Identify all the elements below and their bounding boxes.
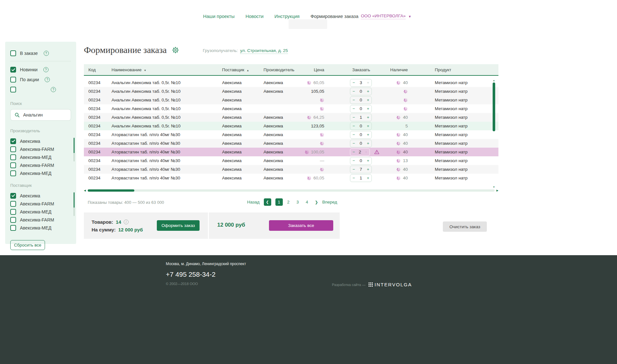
quantity-stepper[interactable]: − 3 +: [350, 79, 372, 87]
table-row[interactable]: 00234 Анальгин Авексима таб. 0,5г. №10 А…: [84, 87, 498, 96]
quantity-stepper[interactable]: − 1 +: [350, 114, 372, 121]
page-button-4[interactable]: 4: [303, 198, 311, 206]
account-menu[interactable]: ООО «ИНТЕРВОЛГА» ▼: [361, 13, 411, 19]
filter-flag[interactable]: Новинки ?: [10, 66, 71, 74]
list-item[interactable]: Авексима-FARM: [10, 161, 71, 169]
quantity-stepper[interactable]: − 2 +: [350, 148, 370, 156]
checkbox[interactable]: [10, 50, 16, 56]
increase-qty-button[interactable]: +: [367, 115, 369, 119]
prev-page-button[interactable]: ❮: [264, 198, 271, 206]
checkbox[interactable]: [10, 154, 16, 160]
checkbox[interactable]: [10, 77, 16, 82]
decrease-qty-button[interactable]: −: [353, 150, 355, 154]
checkbox[interactable]: [10, 225, 16, 231]
nav-link-1[interactable]: Новости: [246, 14, 264, 19]
checkbox[interactable]: [10, 170, 16, 176]
quantity-stepper[interactable]: − 7 +: [350, 166, 372, 173]
table-row[interactable]: 00234 Аторвастатин таб. п/п/о 40мг №30 А…: [84, 139, 498, 148]
nav-link-0[interactable]: Наши проекты: [203, 14, 235, 19]
quantity-stepper[interactable]: − 0 +: [350, 140, 372, 147]
list-item[interactable]: Авексима: [10, 192, 71, 200]
decrease-qty-button[interactable]: −: [353, 115, 355, 119]
increase-qty-button[interactable]: +: [367, 141, 369, 145]
table-row[interactable]: 00234 Аторвастатин таб. п/п/о 40мг №30 А…: [84, 148, 498, 156]
gear-icon[interactable]: [172, 47, 179, 54]
list-item[interactable]: Авексима-FARM: [10, 145, 71, 153]
quantity-stepper[interactable]: − 0 +: [350, 96, 372, 104]
table-row[interactable]: 00234 Анальгин Авексима таб. 0,5г. №10 А…: [84, 122, 498, 130]
search-box[interactable]: [10, 109, 71, 121]
decrease-qty-button[interactable]: −: [353, 141, 355, 145]
quantity-stepper[interactable]: − 0 +: [350, 122, 372, 130]
increase-qty-button[interactable]: +: [367, 89, 369, 93]
decrease-qty-button[interactable]: −: [353, 159, 355, 163]
account-label[interactable]: ООО «ИНТЕРВОЛГА»: [361, 13, 406, 19]
table-row[interactable]: 00234 Анальгин Авексима таб. 0,5г. №10 А…: [84, 78, 498, 87]
filter-flag[interactable]: ?: [10, 86, 71, 93]
page-button-1[interactable]: 1: [275, 198, 283, 206]
horizontal-scrollbar[interactable]: ◀ ▶: [84, 188, 498, 192]
list-item[interactable]: Авексима-МЕД: [10, 224, 71, 232]
decrease-qty-button[interactable]: −: [353, 167, 355, 171]
quantity-stepper[interactable]: − 0 +: [350, 105, 372, 113]
increase-qty-button[interactable]: +: [367, 176, 369, 180]
checkout-button[interactable]: Оформить заказ: [157, 220, 200, 231]
increase-qty-button[interactable]: +: [367, 98, 369, 102]
list-item[interactable]: Авексима-МЕД: [10, 208, 71, 216]
checkbox[interactable]: [10, 67, 16, 73]
decrease-qty-button[interactable]: −: [353, 124, 355, 128]
consignee-address-link[interactable]: ул. Строительная, д. 25: [240, 48, 288, 54]
increase-qty-button[interactable]: +: [367, 107, 369, 111]
quantity-stepper[interactable]: − 0 +: [350, 131, 372, 139]
next-page-chevron[interactable]: ❯: [315, 200, 318, 204]
scroll-right-icon[interactable]: ▶: [496, 189, 498, 192]
quantity-stepper[interactable]: − 0 +: [350, 157, 372, 165]
vertical-scroll-thumb[interactable]: [493, 82, 495, 131]
list-scrollbar[interactable]: [74, 192, 75, 216]
list-item[interactable]: Авексима-FARM: [10, 200, 71, 208]
horizontal-scroll-thumb[interactable]: [88, 189, 134, 192]
table-row[interactable]: 00234 Анальгин Авексима таб. 0,5г. №10 А…: [84, 96, 498, 104]
help-icon[interactable]: ?: [51, 87, 56, 92]
decrease-qty-button[interactable]: −: [353, 89, 355, 93]
scroll-up-icon[interactable]: ▲: [493, 79, 495, 82]
clear-order-button[interactable]: Очистить заказ: [443, 221, 487, 232]
checkbox[interactable]: [10, 201, 16, 207]
increase-qty-button[interactable]: +: [367, 133, 369, 137]
page-button-3[interactable]: 3: [294, 198, 301, 206]
list-item[interactable]: Авексима-МЕД: [10, 153, 71, 161]
checkbox[interactable]: [10, 217, 16, 223]
increase-qty-button[interactable]: +: [365, 150, 367, 154]
decrease-qty-button[interactable]: −: [353, 98, 355, 102]
increase-qty-button[interactable]: +: [367, 124, 369, 128]
nav-link-2[interactable]: Инструкция: [274, 14, 300, 19]
search-input[interactable]: [23, 112, 65, 117]
table-row[interactable]: 00234 Анальгин Авексима таб. 0,5г. №10 А…: [84, 113, 498, 122]
nav-link-3[interactable]: Формирование заказа: [310, 14, 358, 19]
quantity-stepper[interactable]: − 0 +: [350, 88, 372, 95]
column-header-1[interactable]: Наименование▼: [112, 67, 222, 72]
list-item[interactable]: Авексима-FARM: [10, 216, 71, 224]
decrease-qty-button[interactable]: −: [353, 107, 355, 111]
checkbox[interactable]: [10, 209, 16, 215]
filter-flag[interactable]: По акции ?: [10, 76, 71, 83]
decrease-qty-button[interactable]: −: [353, 133, 355, 137]
back-button[interactable]: Назад: [247, 200, 260, 204]
table-row[interactable]: 00234 Анальгин Авексима таб. 0,5г. №10 А…: [84, 104, 498, 113]
page-button-2[interactable]: 2: [285, 198, 292, 206]
decrease-qty-button[interactable]: −: [353, 81, 355, 85]
intervolga-logo[interactable]: INTERVOLGA: [369, 282, 412, 287]
forward-button[interactable]: Вперед: [322, 200, 337, 204]
table-row[interactable]: 00234 Аторвастатин таб. п/п/о 40мг №30 А…: [84, 130, 498, 139]
scroll-left-icon[interactable]: ◀: [84, 189, 86, 192]
help-icon[interactable]: ?: [44, 51, 49, 56]
table-row[interactable]: 00234 Аторвастатин таб. п/п/о 40мг №30 А…: [84, 165, 498, 174]
list-item[interactable]: Авексима-МЕД: [10, 169, 71, 177]
checkbox[interactable]: [10, 138, 16, 144]
increase-qty-button[interactable]: +: [367, 167, 369, 171]
column-header-2[interactable]: Поставщик▲: [222, 67, 264, 72]
reset-filters-button[interactable]: Сбросить все: [10, 240, 45, 250]
list-item[interactable]: Авексима: [10, 137, 71, 145]
checkbox[interactable]: [10, 146, 16, 152]
checkbox[interactable]: [10, 162, 16, 168]
